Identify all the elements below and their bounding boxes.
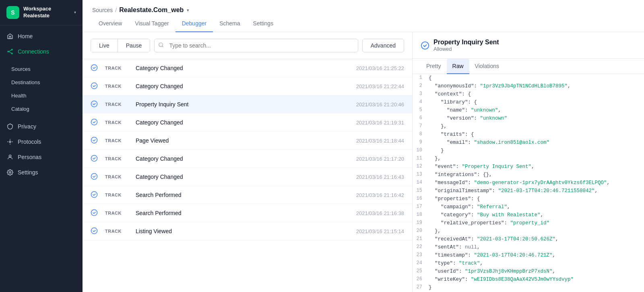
- sidebar-item-health[interactable]: Health: [0, 89, 83, 102]
- sidebar-nav: Home Connections: [0, 25, 83, 62]
- detail-tab-pretty[interactable]: Pretty: [421, 59, 447, 74]
- sidebar-item-protocols[interactable]: Protocols: [0, 134, 83, 149]
- line-number: 20: [416, 227, 429, 235]
- sidebar-nav2: Privacy Protocols Personas: [0, 119, 83, 180]
- event-toolbar: Live Pause Advanced: [83, 32, 412, 59]
- tab-visual-tagger[interactable]: Visual Tagger: [128, 17, 175, 32]
- event-type-label: TRACK: [105, 138, 129, 143]
- event-name-label: Category Changed: [136, 119, 350, 126]
- code-line: 14 "messageId": "demo-generator-1prx7yDr…: [413, 179, 644, 187]
- code-line: 21 "receivedAt": "2021-03-17T04:20:50.62…: [413, 235, 644, 243]
- sidebar-item-sources[interactable]: Sources: [0, 62, 83, 76]
- svg-point-8: [159, 43, 163, 46]
- event-type-label: TRACK: [105, 120, 129, 125]
- sidebar-item-catalog[interactable]: Catalog: [0, 102, 83, 116]
- event-row[interactable]: TRACK Category Changed 2021/03/16 21:22:…: [83, 77, 412, 95]
- search-input[interactable]: [154, 39, 358, 52]
- workspace-name: WorkspaceRealestate: [23, 6, 51, 19]
- event-row[interactable]: TRACK Category Changed 2021/03/16 21:17:…: [83, 150, 412, 168]
- sidebar-item-connections[interactable]: Connections: [0, 44, 83, 59]
- tab-overview[interactable]: Overview: [92, 17, 128, 32]
- code-content: },: [429, 122, 447, 130]
- event-row[interactable]: TRACK Page Viewed 2021/03/16 21:18:44: [83, 132, 412, 150]
- event-row[interactable]: TRACK Listing Viewed 2021/03/16 21:15:14: [83, 222, 412, 240]
- line-number: 2: [416, 82, 429, 90]
- code-content: }: [429, 147, 444, 155]
- sidebar-item-home[interactable]: Home: [0, 29, 83, 44]
- line-number: 1: [416, 74, 429, 82]
- sidebar-item-destinations[interactable]: Destinations: [0, 76, 83, 89]
- event-name-label: Search Performed: [136, 192, 350, 198]
- event-time-label: 2021/03/16 21:22:44: [356, 83, 404, 89]
- detail-tab-raw[interactable]: Raw: [447, 59, 469, 74]
- sidebar-item-catalog-label: Catalog: [11, 106, 29, 112]
- search-icon: [158, 42, 164, 49]
- tab-schema[interactable]: Schema: [213, 17, 246, 32]
- svg-line-3: [9, 50, 12, 52]
- code-content: "anonymousId": "1pr3Vz9Jb4pTN1NCdHLBloB7…: [429, 82, 571, 90]
- line-number: 23: [416, 251, 429, 259]
- code-content: "receivedAt": "2021-03-17T04:20:50.626Z"…: [429, 235, 559, 243]
- logo-icon: S: [6, 6, 19, 19]
- event-time-label: 2021/03/16 21:18:44: [356, 138, 404, 144]
- tab-settings[interactable]: Settings: [247, 17, 280, 32]
- sidebar-item-protocols-label: Protocols: [18, 139, 41, 145]
- sidebar-item-personas[interactable]: Personas: [0, 149, 83, 165]
- event-type-label: TRACK: [105, 156, 129, 161]
- event-check-icon: [91, 64, 99, 72]
- personas-icon: [6, 153, 14, 161]
- sidebar-item-connections-label: Connections: [18, 48, 49, 55]
- event-row[interactable]: TRACK Search Performed 2021/03/16 21:16:…: [83, 186, 412, 204]
- event-time-label: 2021/03/16 21:16:43: [356, 174, 404, 180]
- event-check-icon: [91, 209, 99, 217]
- event-time-label: 2021/03/16 21:25:22: [356, 65, 404, 71]
- svg-point-1: [11, 49, 12, 50]
- code-line: 13 "integrations": {},: [413, 171, 644, 179]
- event-row[interactable]: TRACK Category Changed 2021/03/16 21:25:…: [83, 59, 412, 77]
- event-check-icon: [91, 82, 99, 90]
- svg-point-15: [91, 155, 97, 162]
- code-content: "name": "unknown",: [429, 106, 501, 114]
- event-type-label: TRACK: [105, 229, 129, 234]
- code-content: }: [429, 284, 432, 292]
- advanced-button[interactable]: Advanced: [362, 39, 404, 52]
- event-name-label: Listing Viewed: [136, 228, 350, 234]
- event-row[interactable]: TRACK Category Changed 2021/03/16 21:19:…: [83, 114, 412, 132]
- svg-point-0: [8, 51, 9, 52]
- code-content: "sentAt": null,: [429, 243, 480, 251]
- code-panel: 1{2 "anonymousId": "1pr3Vz9Jb4pTN1NCdHLB…: [413, 74, 644, 292]
- sidebar: S WorkspaceRealestate ▾ Home Connections: [0, 0, 83, 292]
- pause-button[interactable]: Pause: [118, 39, 150, 52]
- event-list: TRACK Category Changed 2021/03/16 21:25:…: [83, 59, 412, 292]
- event-check-icon: [91, 173, 99, 181]
- detail-tab-violations[interactable]: Violations: [469, 59, 505, 74]
- live-button[interactable]: Live: [91, 39, 118, 52]
- event-type-label: TRACK: [105, 211, 129, 215]
- event-time-label: 2021/03/16 21:19:31: [356, 120, 404, 126]
- sidebar-item-privacy[interactable]: Privacy: [0, 119, 83, 134]
- protocols-icon: [6, 138, 14, 145]
- event-row[interactable]: TRACK Search Performed 2021/03/16 21:16:…: [83, 204, 412, 222]
- svg-point-12: [91, 101, 97, 107]
- event-time-label: 2021/03/16 21:15:14: [356, 228, 404, 234]
- source-name-chevron-icon: ▾: [187, 8, 189, 13]
- detail-tabs: Pretty Raw Violations: [413, 59, 644, 74]
- event-row[interactable]: TRACK Category Changed 2021/03/16 21:16:…: [83, 168, 412, 186]
- sidebar-item-settings[interactable]: Settings: [0, 165, 83, 180]
- event-row[interactable]: TRACK Property Inquiry Sent 2021/03/16 2…: [83, 95, 412, 114]
- code-content: "context": {: [429, 90, 471, 98]
- event-check-icon: [91, 118, 99, 126]
- sidebar-item-destinations-label: Destinations: [11, 79, 40, 85]
- detail-check-icon: [421, 41, 429, 50]
- breadcrumb-sources[interactable]: Sources: [92, 7, 113, 13]
- code-line: 7 },: [413, 122, 644, 130]
- workspace-logo[interactable]: S WorkspaceRealestate ▾: [0, 0, 83, 25]
- svg-point-11: [91, 83, 97, 89]
- tab-debugger[interactable]: Debugger: [175, 17, 213, 32]
- detail-event-status: Allowed: [433, 46, 499, 52]
- sidebar-item-settings-label: Settings: [18, 169, 38, 176]
- breadcrumb: Sources / Realestate.Com_web ▾: [92, 0, 634, 17]
- code-content: "version": "unknown": [429, 114, 507, 122]
- event-list-panel: Live Pause Advanced: [83, 32, 413, 292]
- code-line: 17 "campaign": "Referral",: [413, 203, 644, 211]
